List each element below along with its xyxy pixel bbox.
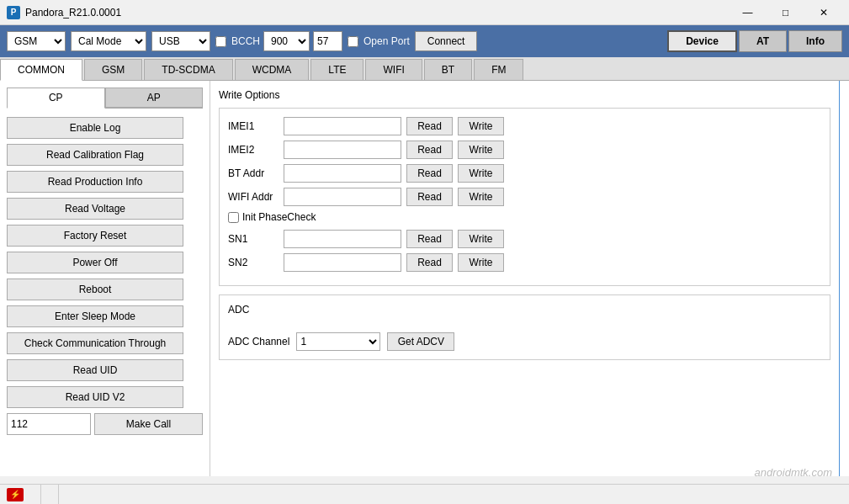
main-tabs: COMMON GSM TD-SCDMA WCDMA LTE WIFI BT FM	[0, 57, 849, 81]
device-button[interactable]: Device	[667, 30, 737, 52]
enter-sleep-mode-button[interactable]: Enter Sleep Mode	[7, 305, 183, 327]
minimize-button[interactable]: —	[729, 0, 767, 25]
at-button[interactable]: AT	[739, 30, 787, 52]
read-production-info-button[interactable]: Read Production Info	[7, 171, 183, 193]
gsm-group: GSM	[7, 31, 66, 51]
adc-box: ADC ADC Channel 1 2 3 4 Get ADCV	[219, 294, 830, 360]
imei2-row: IMEI2 Read Write	[228, 141, 821, 159]
subtab-ap[interactable]: AP	[105, 88, 204, 108]
left-panel: CP AP Enable Log Read Calibration Flag R…	[0, 81, 210, 476]
btaddr-read-button[interactable]: Read	[406, 164, 453, 183]
tab-fm[interactable]: FM	[474, 59, 523, 80]
status-item-1	[27, 485, 41, 504]
close-button[interactable]: ✕	[804, 0, 842, 25]
usb-group: USB	[151, 31, 210, 51]
right-buttons: Device AT Info	[667, 30, 842, 52]
sn1-input[interactable]	[284, 230, 401, 248]
bcch-select[interactable]: 900	[263, 31, 310, 51]
imei2-input[interactable]	[284, 141, 401, 159]
wifiaddr-row: WIFI Addr Read Write	[228, 188, 821, 206]
get-adcv-button[interactable]: Get ADCV	[387, 332, 454, 351]
read-voltage-button[interactable]: Read Voltage	[7, 198, 183, 220]
connect-button[interactable]: Connect	[415, 31, 478, 51]
imei1-row: IMEI1 Read Write	[228, 117, 821, 135]
sn1-write-button[interactable]: Write	[458, 230, 504, 248]
gsm-select[interactable]: GSM	[7, 31, 66, 51]
tab-gsm[interactable]: GSM	[84, 59, 142, 80]
tab-wifi[interactable]: WIFI	[365, 59, 422, 80]
imei2-label: IMEI2	[228, 144, 279, 156]
initphasecheck-checkbox[interactable]	[228, 212, 239, 223]
imei2-write-button[interactable]: Write	[458, 141, 504, 159]
sn2-label: SN2	[228, 257, 279, 268]
tab-common[interactable]: COMMON	[0, 59, 82, 81]
adc-row: ADC Channel 1 2 3 4 Get ADCV	[228, 332, 821, 351]
wifiaddr-input[interactable]	[284, 188, 401, 206]
tab-lte[interactable]: LTE	[310, 59, 363, 80]
bcch-label: BCCH	[231, 35, 260, 47]
adc-title: ADC	[228, 304, 821, 316]
toolbar: GSM Cal Mode USB BCCH 900 Open Port Conn…	[0, 25, 849, 57]
sn2-row: SN2 Read Write	[228, 253, 821, 272]
power-off-button[interactable]: Power Off	[7, 252, 183, 273]
wifiaddr-label: WIFI Addr	[228, 191, 279, 203]
btaddr-input[interactable]	[284, 164, 401, 183]
bcch-checkbox[interactable]	[215, 36, 226, 47]
subtab-cp[interactable]: CP	[7, 88, 105, 109]
sn2-input[interactable]	[284, 253, 401, 272]
write-options-box: IMEI1 Read Write IMEI2 Read Write BT	[219, 108, 830, 286]
tab-td-scdma[interactable]: TD-SCDMA	[144, 59, 232, 80]
make-call-button[interactable]: Make Call	[94, 413, 203, 435]
window-controls: — □ ✕	[729, 0, 842, 25]
write-options-title: Write Options	[219, 89, 830, 101]
adc-channel-select[interactable]: 1 2 3 4	[296, 332, 380, 351]
openport-label: Open Port	[363, 35, 410, 47]
sn2-read-button[interactable]: Read	[406, 253, 453, 272]
imei1-write-button[interactable]: Write	[458, 117, 504, 135]
openport-group: Open Port	[348, 35, 410, 47]
title-bar: P Pandora_R21.0.0001 — □ ✕	[0, 0, 849, 25]
maximize-button[interactable]: □	[767, 0, 804, 25]
right-sidebar	[839, 81, 849, 476]
wifiaddr-write-button[interactable]: Write	[458, 188, 504, 206]
app-title: Pandora_R21.0.0001	[25, 7, 729, 19]
tab-wcdma[interactable]: WCDMA	[235, 59, 310, 80]
channel-input[interactable]	[313, 31, 342, 51]
info-button[interactable]: Info	[788, 30, 842, 52]
initphasecheck-label: Init PhaseCheck	[242, 211, 316, 223]
sn1-row: SN1 Read Write	[228, 230, 821, 248]
imei1-input[interactable]	[284, 117, 401, 135]
usb-select[interactable]: USB	[151, 31, 210, 51]
sn1-read-button[interactable]: Read	[406, 230, 453, 248]
content-area: CP AP Enable Log Read Calibration Flag R…	[0, 81, 849, 476]
read-uid-button[interactable]: Read UID	[7, 359, 183, 381]
calmode-group: Cal Mode	[71, 31, 146, 51]
phone-input[interactable]	[7, 413, 91, 435]
btaddr-row: BT Addr Read Write	[228, 164, 821, 183]
wifiaddr-read-button[interactable]: Read	[406, 188, 453, 206]
sn1-label: SN1	[228, 233, 279, 245]
status-item-2	[45, 485, 59, 504]
btaddr-label: BT Addr	[228, 167, 279, 179]
usb-status-icon: ⚡	[7, 488, 24, 501]
adc-channel-label: ADC Channel	[228, 336, 289, 347]
read-calibration-flag-button[interactable]: Read Calibration Flag	[7, 144, 183, 166]
openport-checkbox[interactable]	[348, 36, 358, 47]
btaddr-write-button[interactable]: Write	[458, 164, 504, 183]
watermark: androidmtk.com	[755, 466, 832, 479]
calmode-select[interactable]: Cal Mode	[71, 31, 146, 51]
status-bar: ⚡	[0, 484, 849, 504]
factory-reset-button[interactable]: Factory Reset	[7, 225, 183, 247]
right-main: Write Options IMEI1 Read Write IMEI2 Rea…	[210, 81, 839, 476]
reboot-button[interactable]: Reboot	[7, 279, 183, 300]
check-communication-button[interactable]: Check Communication Through	[7, 332, 183, 354]
bcch-group: BCCH 900	[215, 31, 342, 51]
right-panel: Write Options IMEI1 Read Write IMEI2 Rea…	[210, 81, 849, 476]
sn2-write-button[interactable]: Write	[458, 253, 504, 272]
enable-log-button[interactable]: Enable Log	[7, 117, 183, 139]
initphasecheck-row: Init PhaseCheck	[228, 211, 821, 223]
imei2-read-button[interactable]: Read	[406, 141, 453, 159]
read-uid-v2-button[interactable]: Read UID V2	[7, 386, 183, 408]
imei1-read-button[interactable]: Read	[406, 117, 453, 135]
tab-bt[interactable]: BT	[424, 59, 472, 80]
